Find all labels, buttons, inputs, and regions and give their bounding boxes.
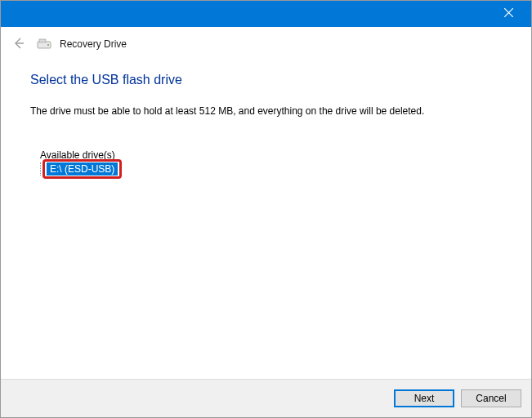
window-title: Recovery Drive <box>60 38 127 50</box>
tree-connector: E:\ (ESD-USB) <box>40 162 122 176</box>
content-area: Select the USB flash drive The drive mus… <box>1 61 531 379</box>
close-button[interactable] <box>490 2 526 25</box>
svg-rect-5 <box>39 39 46 42</box>
instruction-text: The drive must be able to hold at least … <box>30 105 502 117</box>
wizard-window: Recovery Drive Select the USB flash driv… <box>0 0 532 418</box>
close-icon <box>504 8 513 20</box>
drive-item[interactable]: E:\ (ESD-USB) <box>47 162 118 176</box>
header-bar: Recovery Drive <box>1 27 531 61</box>
footer-bar: Next Cancel <box>1 379 531 417</box>
page-title: Select the USB flash drive <box>30 73 502 87</box>
next-button[interactable]: Next <box>394 389 454 407</box>
back-button[interactable] <box>9 34 29 54</box>
back-arrow-icon <box>12 37 25 52</box>
cancel-button[interactable]: Cancel <box>461 389 521 407</box>
titlebar <box>1 1 531 27</box>
svg-point-4 <box>47 44 49 46</box>
annotation-highlight: E:\ (ESD-USB) <box>42 159 122 179</box>
drives-list: E:\ (ESD-USB) <box>40 162 122 176</box>
recovery-drive-icon <box>37 38 51 50</box>
